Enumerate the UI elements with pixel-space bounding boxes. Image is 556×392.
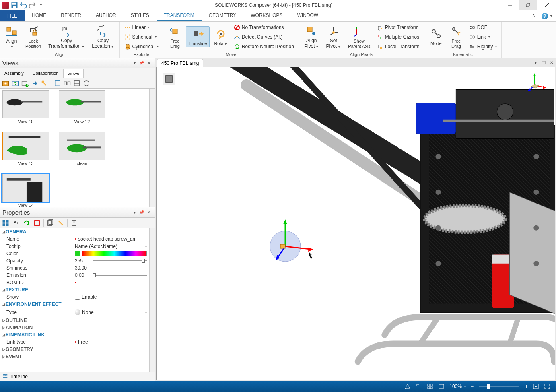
rigidity-button[interactable]: Rigidity▾ [467,42,499,51]
view-props-icon[interactable] [40,79,48,87]
views-tab-views[interactable]: Views [63,69,84,78]
props-scrollbar[interactable] [149,228,155,372]
link-button[interactable]: Link▾ [467,33,499,41]
view-thumb-14[interactable]: View 14 [2,174,50,207]
translate-button[interactable]: Translate [186,26,210,47]
no-transformations-button[interactable]: No Transformations [232,23,296,32]
views-tab-collaboration[interactable]: Collaboration [28,68,63,78]
cat-geometry[interactable]: ▷GEOMETRY [0,346,149,353]
new-view-icon[interactable]: + [21,79,29,87]
shininess-slider[interactable] [93,265,147,271]
view-tool-4-icon[interactable] [82,79,91,87]
view-thumb-12[interactable]: View 12 [58,90,106,124]
prop-neutral-icon[interactable] [33,219,41,227]
help-button[interactable]: ?▼ [538,10,556,21]
panel-pin-icon[interactable]: 📌 [138,60,145,67]
status-tool-2-icon[interactable] [413,383,424,390]
color-picker[interactable] [82,251,147,256]
cat-kinematic-link[interactable]: ◢KINEMATIC LINK [0,331,149,338]
views-tab-assembly[interactable]: Assembly [0,68,28,78]
views-scrollbar[interactable] [149,89,155,207]
status-tool-1-icon[interactable] [402,383,413,390]
status-view-icon[interactable] [436,383,447,390]
view-thumb-10[interactable]: View 10 [2,90,50,124]
save-icon[interactable] [10,1,19,9]
zoom-level[interactable]: 100%▾ [447,384,468,389]
show-parent-axis-button[interactable]: Show Parent Axis [345,24,373,50]
capture-view-icon[interactable] [2,79,10,87]
app-menu-icon[interactable] [2,1,10,9]
prop-opacity-row[interactable]: Opacity255 [0,257,149,264]
prop-emission-row[interactable]: Emission0.00 [0,272,149,279]
restore-neutral-button[interactable]: Restore Neutral Position [232,42,296,51]
enable-checkbox[interactable] [75,295,80,300]
prop-filter-icon[interactable] [70,219,78,227]
props-menu-icon[interactable]: ▾ [131,209,138,216]
minimize-ribbon-icon[interactable]: ᐱ [529,10,538,21]
view-thumb-clean[interactable]: clean [58,132,106,166]
zoom-out-icon[interactable]: − [468,384,476,389]
doc-restore-icon[interactable]: ❐ [540,60,547,66]
prop-paste-icon[interactable] [57,219,65,227]
prop-copy-icon[interactable] [46,219,54,227]
prop-tooltip-row[interactable]: TooltipName (Actor.Name)▾ [0,243,149,250]
maximize-button[interactable] [519,0,537,10]
detect-curves-button[interactable]: Detect Curves (Alt) [232,33,296,41]
props-close-icon[interactable]: ✕ [145,209,152,216]
zoom-in-icon[interactable]: + [523,384,530,389]
tab-author[interactable]: AUTHOR [89,10,124,21]
file-tab[interactable]: FILE [0,10,25,21]
prop-categorize-icon[interactable] [2,219,10,227]
dof-button[interactable]: DOF [467,23,499,32]
minimize-button[interactable] [500,0,519,10]
color-swatch[interactable] [75,251,80,256]
undo-icon[interactable] [19,1,27,9]
status-expand-icon[interactable] [542,383,553,390]
linear-explode-button[interactable]: Linear▾ [122,23,161,32]
tab-transform[interactable]: TRANSFORM [157,10,202,21]
tab-workshops[interactable]: WORKSHOPS [243,10,290,21]
3d-viewport[interactable] [157,67,555,380]
cat-event[interactable]: ▷EVENT [0,353,149,360]
viewport-mode-icon[interactable] [163,73,175,85]
orientation-widget[interactable] [523,71,547,95]
view-thumb-13[interactable]: View 13 [2,132,50,166]
prop-color-row[interactable]: Color [0,250,149,257]
prop-refresh-icon[interactable] [23,219,31,227]
align-pivot-button[interactable]: Align Pivot▼ [301,23,322,50]
local-transform-button[interactable]: Local Transform [375,42,422,51]
view-tool-2-icon[interactable] [63,79,71,87]
align-button[interactable]: Align▼ [2,24,21,50]
status-grid-icon[interactable] [424,383,436,390]
pivot-transform-button[interactable]: Pivot Transform [375,23,422,32]
opacity-slider[interactable] [93,258,147,264]
prop-envtype-row[interactable]: TypeNone▾ [0,308,149,317]
document-tab[interactable]: 450 Pro FBL.smg [157,59,203,67]
cat-texture[interactable]: ◢TEXTURE [0,286,149,293]
view-tool-1-icon[interactable] [54,79,62,87]
kinematic-free-drag-button[interactable]: Free Drag [447,24,465,50]
close-button[interactable] [537,0,556,10]
rotate-button[interactable]: Rotate [211,26,230,47]
cat-animation[interactable]: ▷ANIMATION [0,324,149,331]
multiple-gizmos-button[interactable]: Multiple Gizmos [375,33,422,41]
cat-general[interactable]: ◢GENERAL [0,228,149,235]
prop-sort-icon[interactable]: A↓ [12,219,20,227]
tab-window[interactable]: WINDOW [290,10,326,21]
tab-geometry[interactable]: GEOMETRY [202,10,243,21]
prop-show-row[interactable]: ShowEnable [0,293,149,301]
free-drag-button[interactable]: Free Drag [166,24,184,50]
copy-transformation-button[interactable]: {m} Copy Transformation▼ [45,23,87,50]
redo-icon[interactable] [28,1,36,9]
prop-shininess-row[interactable]: Shininess30.00 [0,264,149,272]
cat-outline[interactable]: ▷OUTLINE [0,317,149,324]
status-fit-icon[interactable] [530,383,542,390]
view-tool-3-icon[interactable] [73,79,81,87]
tab-styles[interactable]: STYLES [124,10,157,21]
doc-close-icon[interactable]: ✕ [548,60,555,66]
qat-dropdown-icon[interactable]: ▼ [37,1,45,9]
translate-gizmo[interactable] [261,216,317,274]
tab-home[interactable]: HOME [25,10,54,21]
cat-environment[interactable]: ◢ENVIRONMENT EFFECT [0,301,149,308]
prop-linktype-row[interactable]: Link typeFree▾ [0,338,149,346]
